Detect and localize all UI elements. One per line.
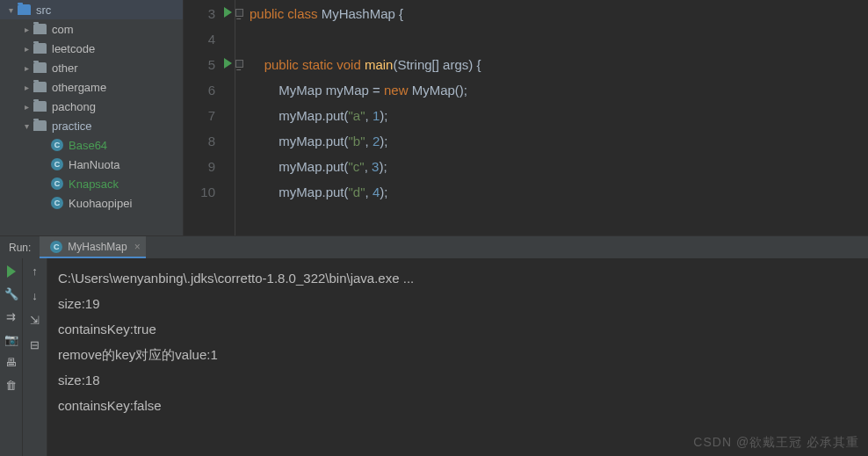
print-icon[interactable]: 🖶 bbox=[4, 355, 18, 369]
tree-label: othergame bbox=[52, 81, 106, 94]
editor-code[interactable]: public class MyHashMap { public static v… bbox=[235, 0, 481, 235]
camera-icon[interactable]: 📷 bbox=[4, 332, 18, 346]
close-icon[interactable]: × bbox=[134, 241, 141, 253]
run-tab[interactable]: C MyHashMap × bbox=[40, 236, 145, 258]
folder-icon bbox=[33, 43, 47, 54]
folder-icon bbox=[18, 4, 31, 15]
tree-item-HanNuota[interactable]: CHanNuota bbox=[0, 155, 183, 174]
folder-icon bbox=[33, 101, 47, 112]
arrow-up-icon[interactable]: ↑ bbox=[28, 264, 42, 278]
tree-item-Base64[interactable]: CBase64 bbox=[0, 135, 183, 155]
run-panel: Run: C MyHashMap × 🔧 ⇉ 📷 🖶 🗑 ↑ ↓ ⇲ ⊟ C:\… bbox=[0, 235, 868, 456]
tree-label: com bbox=[52, 23, 74, 36]
run-line-icon[interactable] bbox=[224, 7, 232, 18]
chevron-right-icon: ▸ bbox=[19, 44, 33, 54]
tree-item-com[interactable]: ▸com bbox=[0, 19, 183, 39]
tree-item-Knapsack[interactable]: CKnapsack bbox=[0, 174, 183, 193]
code-editor[interactable]: 345678910 public class MyHashMap { publi… bbox=[184, 0, 868, 235]
console-line: containsKey:false bbox=[58, 393, 857, 418]
folder-icon bbox=[33, 62, 47, 73]
tree-label: src bbox=[36, 4, 51, 17]
console-line: size:18 bbox=[58, 367, 857, 393]
project-tree[interactable]: ▾ src ▸com▸leetcode▸other▸othergame▸pach… bbox=[0, 0, 184, 235]
tree-label: leetcode bbox=[52, 42, 95, 55]
chevron-down-icon: ▾ bbox=[4, 5, 18, 15]
chevron-right-icon: ▸ bbox=[19, 102, 33, 112]
tree-label: Base64 bbox=[69, 139, 107, 152]
tree-label: Knapsack bbox=[69, 177, 119, 191]
run-icon[interactable] bbox=[7, 265, 16, 278]
class-icon: C bbox=[51, 177, 63, 190]
folder-icon bbox=[33, 120, 47, 131]
delete-icon[interactable]: 🗑 bbox=[4, 378, 18, 392]
watermark: CSDN @欲戴王冠 必承其重 bbox=[693, 435, 859, 451]
tree-item-src[interactable]: ▾ src bbox=[0, 0, 183, 19]
tree-label: practice bbox=[52, 119, 92, 133]
run-toolbar-secondary: ↑ ↓ ⇲ ⊟ bbox=[23, 258, 47, 456]
console-line: containsKey:true bbox=[58, 316, 857, 342]
tree-item-other[interactable]: ▸other bbox=[0, 58, 183, 77]
class-icon: C bbox=[51, 158, 63, 170]
class-icon: C bbox=[50, 241, 62, 253]
tree-item-pachong[interactable]: ▸pachong bbox=[0, 97, 183, 116]
class-icon: C bbox=[51, 139, 63, 151]
run-line-icon[interactable] bbox=[224, 58, 232, 69]
chevron-down-icon: ▾ bbox=[19, 121, 33, 131]
run-tabs: Run: C MyHashMap × bbox=[0, 236, 868, 258]
tree-label: other bbox=[52, 62, 78, 75]
wrap-icon[interactable]: ⇉ bbox=[4, 309, 18, 323]
wrench-icon[interactable]: 🔧 bbox=[4, 286, 18, 300]
tree-label: Kuohaopipei bbox=[69, 197, 132, 210]
console-line: C:\Users\wenyanbing\.jdks\corretto-1.8.0… bbox=[58, 265, 857, 291]
run-panel-label: Run: bbox=[0, 242, 40, 254]
tree-label: pachong bbox=[52, 100, 96, 113]
chevron-right-icon: ▸ bbox=[19, 83, 33, 92]
arrow-down-icon[interactable]: ↓ bbox=[28, 288, 42, 302]
folder-icon bbox=[33, 24, 47, 34]
fold-icon[interactable] bbox=[235, 9, 243, 17]
tree-item-othergame[interactable]: ▸othergame bbox=[0, 77, 183, 97]
editor-gutter: 345678910 bbox=[184, 0, 235, 235]
class-icon: C bbox=[51, 197, 63, 209]
tree-item-practice[interactable]: ▾ practice bbox=[0, 116, 183, 135]
end-icon[interactable]: ⊟ bbox=[28, 337, 42, 351]
chevron-right-icon: ▸ bbox=[19, 63, 33, 73]
run-toolbar-primary: 🔧 ⇉ 📷 🖶 🗑 bbox=[0, 258, 23, 456]
chevron-right-icon: ▸ bbox=[19, 25, 33, 34]
fold-icon[interactable] bbox=[235, 60, 243, 68]
run-tab-label: MyHashMap bbox=[68, 241, 127, 253]
console-line: size:19 bbox=[58, 291, 857, 316]
console-output[interactable]: C:\Users\wenyanbing\.jdks\corretto-1.8.0… bbox=[47, 258, 868, 456]
export-icon[interactable]: ⇲ bbox=[28, 313, 42, 327]
tree-label: HanNuota bbox=[69, 158, 120, 171]
tree-item-leetcode[interactable]: ▸leetcode bbox=[0, 39, 183, 58]
console-line: remove的key对应的value:1 bbox=[58, 342, 857, 367]
tree-item-Kuohaopipei[interactable]: CKuohaopipei bbox=[0, 193, 183, 213]
folder-icon bbox=[33, 82, 47, 92]
